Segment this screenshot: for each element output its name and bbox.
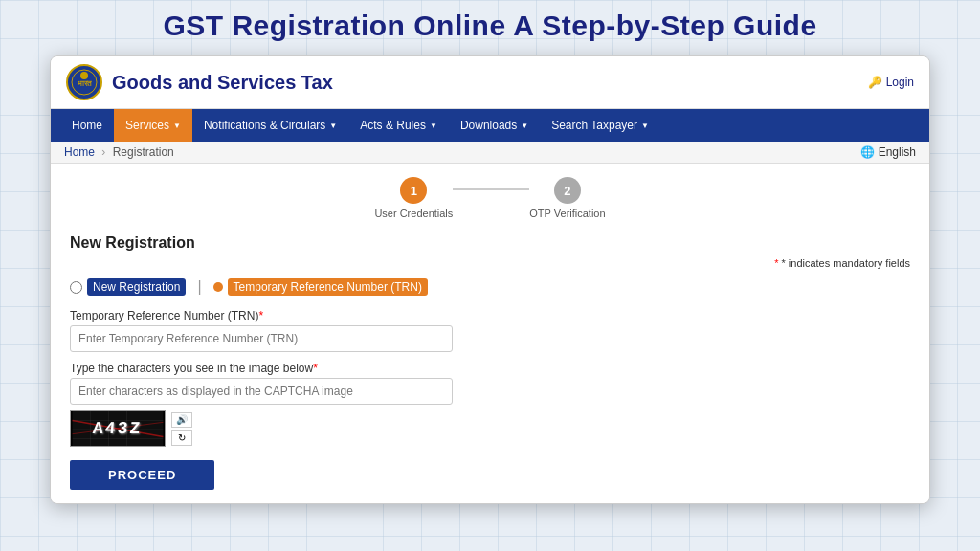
form-title: New Registration xyxy=(70,234,910,252)
services-arrow-icon: ▼ xyxy=(173,121,181,130)
downloads-arrow-icon: ▼ xyxy=(521,121,528,130)
captcha-label: Type the characters you see in the image… xyxy=(70,362,910,375)
step-2: 2 OTP Verification xyxy=(529,177,605,219)
step-connector xyxy=(453,188,529,190)
breadcrumb: Home › Registration xyxy=(64,145,174,159)
browser-window: भारत Goods and Services Tax Login Home S… xyxy=(50,55,930,504)
gst-header: भारत Goods and Services Tax Login xyxy=(51,56,929,109)
captcha-input[interactable] xyxy=(70,378,453,405)
captcha-image: A43Z xyxy=(70,410,166,447)
step-2-label: OTP Verification xyxy=(529,208,605,219)
trn-field-label: Temporary Reference Number (TRN)* xyxy=(70,309,910,322)
language-label: English xyxy=(879,145,916,159)
trn-input[interactable] xyxy=(70,325,453,352)
trn-form-group: Temporary Reference Number (TRN)* xyxy=(70,309,910,352)
step-1: 1 User Credentials xyxy=(374,177,453,219)
emblem-icon: भारत xyxy=(66,64,102,100)
svg-point-3 xyxy=(80,72,88,79)
site-title: Goods and Services Tax xyxy=(112,72,333,94)
captcha-text-display: A43Z xyxy=(93,419,144,438)
breadcrumb-current: Registration xyxy=(113,145,174,159)
steps-container: 1 User Credentials 2 OTP Verification xyxy=(70,177,910,219)
navbar: Home Services ▼ Notifications & Circular… xyxy=(51,109,929,142)
page-title: GST Registration Online A Step-by-Step G… xyxy=(163,10,816,42)
language-selector[interactable]: 🌐 English xyxy=(860,145,916,159)
step-1-circle: 1 xyxy=(400,177,427,204)
mandatory-note: * * indicates mandatory fields xyxy=(70,257,910,269)
radio-trn: Temporary Reference Number (TRN) xyxy=(213,278,428,296)
radio-new-registration: New Registration xyxy=(70,278,186,296)
globe-icon: 🌐 xyxy=(860,145,875,159)
search-taxpayer-arrow-icon: ▼ xyxy=(641,121,649,130)
nav-services[interactable]: Services ▼ xyxy=(114,109,192,142)
breadcrumb-home[interactable]: Home xyxy=(64,145,95,159)
logo-area: भारत Goods and Services Tax xyxy=(66,64,333,100)
content-area: 1 User Credentials 2 OTP Verification Ne… xyxy=(51,164,929,503)
step-2-circle: 2 xyxy=(554,177,581,204)
notifications-arrow-icon: ▼ xyxy=(329,121,337,130)
login-button[interactable]: Login xyxy=(868,76,914,89)
svg-text:भारत: भारत xyxy=(78,79,92,88)
breadcrumb-separator: › xyxy=(101,145,105,159)
captcha-controls: 🔊 ↻ xyxy=(171,412,192,446)
nav-acts-rules[interactable]: Acts & Rules ▼ xyxy=(348,109,449,142)
acts-rules-arrow-icon: ▼ xyxy=(430,121,437,130)
nav-home[interactable]: Home xyxy=(60,109,114,142)
captcha-form-group: Type the characters you see in the image… xyxy=(70,362,910,447)
captcha-area: A43Z 🔊 ↻ xyxy=(70,410,910,447)
nav-search-taxpayer[interactable]: Search Taxpayer ▼ xyxy=(540,109,660,142)
new-registration-label: New Registration xyxy=(87,278,186,296)
trn-label: Temporary Reference Number (TRN) xyxy=(228,278,428,296)
captcha-audio-button[interactable]: 🔊 xyxy=(171,412,192,428)
radio-group: New Registration | Temporary Reference N… xyxy=(70,278,910,296)
captcha-refresh-button[interactable]: ↻ xyxy=(171,430,192,446)
new-registration-radio[interactable] xyxy=(70,281,82,294)
breadcrumb-bar: Home › Registration 🌐 English xyxy=(51,142,929,164)
radio-divider: | xyxy=(197,278,201,296)
proceed-button[interactable]: PROCEED xyxy=(70,460,214,490)
nav-notifications[interactable]: Notifications & Circulars ▼ xyxy=(192,109,348,142)
trn-radio-dot xyxy=(213,282,223,292)
nav-downloads[interactable]: Downloads ▼ xyxy=(449,109,540,142)
step-1-label: User Credentials xyxy=(374,208,453,219)
